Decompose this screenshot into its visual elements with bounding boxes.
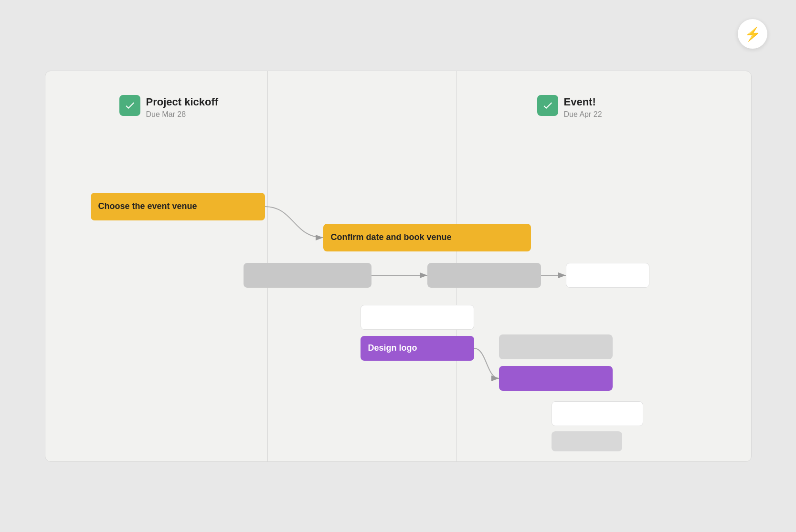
task-choose-venue[interactable]: Choose the event venue: [91, 193, 265, 220]
milestone-event: Event! Due Apr 22: [537, 95, 602, 120]
milestone-event-title: Event!: [564, 96, 602, 108]
task-white-3[interactable]: [552, 401, 643, 426]
task-gray-1[interactable]: [244, 263, 371, 288]
task-gray-2[interactable]: [427, 263, 541, 288]
milestone-kickoff-icon: [119, 95, 140, 116]
task-white-middle[interactable]: [361, 305, 474, 330]
task-gray-3[interactable]: [499, 334, 613, 359]
milestone-event-due: Due Apr 22: [564, 110, 602, 119]
lightning-button[interactable]: ⚡: [738, 19, 767, 49]
gantt-canvas: Project kickoff Due Mar 28 Event! Due Ap…: [45, 71, 752, 462]
task-white-right[interactable]: [566, 263, 649, 288]
milestone-project-kickoff: Project kickoff Due Mar 28: [119, 95, 219, 120]
lightning-icon: ⚡: [744, 26, 761, 42]
task-design-logo[interactable]: Design logo: [361, 336, 474, 361]
milestone-event-icon: [537, 95, 558, 116]
milestone-kickoff-title: Project kickoff: [146, 96, 219, 108]
task-gray-4[interactable]: [552, 431, 622, 451]
task-purple-bar[interactable]: [499, 366, 613, 391]
task-confirm-venue[interactable]: Confirm date and book venue: [323, 224, 531, 251]
milestone-kickoff-due: Due Mar 28: [146, 110, 219, 119]
